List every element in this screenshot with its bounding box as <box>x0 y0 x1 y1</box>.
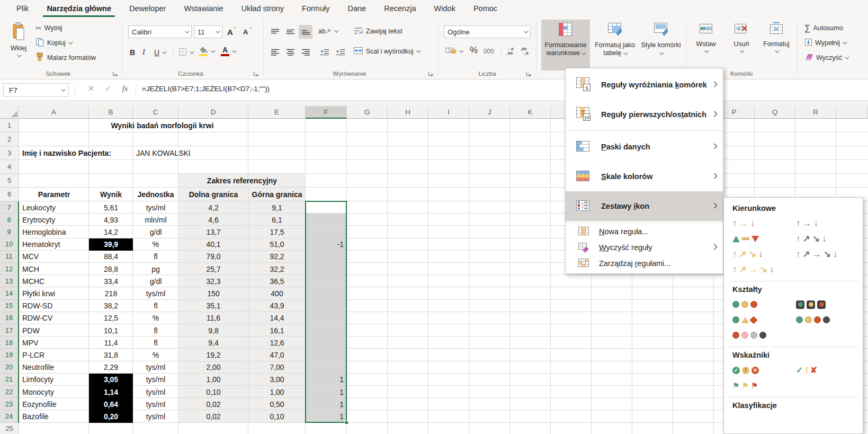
tab-narz-dzia-g-wne[interactable]: Narzędzia główne <box>38 0 120 17</box>
format-as-table-button[interactable]: Formatuj jako tabelę <box>592 20 638 70</box>
cell-A14[interactable]: Płytki krwi <box>19 287 89 299</box>
cell-B14[interactable]: 218 <box>89 287 133 299</box>
row-header-24[interactable]: 24 <box>0 410 19 422</box>
font-dialog-launcher[interactable] <box>253 71 259 77</box>
highlighted-cell-B10[interactable]: 39,9 <box>89 238 133 251</box>
cell-A3[interactable]: Imię i nazwisko Pacjenta: <box>19 146 133 160</box>
tab-recenzja[interactable]: Recenzja <box>375 0 425 17</box>
column-header-A[interactable]: A <box>19 106 89 118</box>
cell-B12[interactable]: 28,8 <box>89 263 133 275</box>
cell-D20[interactable]: 2,00 <box>178 361 248 374</box>
align-bottom-button[interactable] <box>299 25 312 39</box>
tab-formu-y[interactable]: Formuły <box>293 0 338 17</box>
cell-styles-button[interactable]: Style komórki <box>640 20 682 70</box>
icon-set-option[interactable]: ↑↗↘↓ <box>732 246 796 262</box>
cell-A20[interactable]: Neutrofile <box>19 361 89 374</box>
cell-E15[interactable]: 43,9 <box>248 300 306 312</box>
increase-indent-button[interactable] <box>334 45 347 59</box>
menu-item-icon-sets[interactable]: Zestawy ikon <box>566 191 723 221</box>
row-header-20[interactable]: 20 <box>0 361 19 374</box>
row-header-17[interactable]: 17 <box>0 324 19 336</box>
cell-D16[interactable]: 11,6 <box>178 312 248 324</box>
cell-C24[interactable]: tys/ml <box>133 410 178 422</box>
confirm-entry-button[interactable]: ✓ <box>102 84 114 93</box>
icon-set-option[interactable]: ↑→↓ <box>732 216 796 231</box>
cell-B17[interactable]: 10,1 <box>89 324 133 336</box>
cell-D8[interactable]: 4,6 <box>178 214 248 226</box>
number-dialog-launcher[interactable] <box>526 71 532 77</box>
comma-style-button[interactable]: 000 <box>482 45 496 58</box>
cell-D24[interactable]: 0,02 <box>178 410 248 422</box>
cell-D19[interactable]: 19,2 <box>178 349 248 361</box>
borders-button[interactable] <box>177 46 194 59</box>
row-header-10[interactable]: 10 <box>0 238 19 251</box>
align-top-button[interactable] <box>268 25 282 39</box>
insert-cells-button[interactable]: Wstaw <box>690 20 722 53</box>
underline-button[interactable]: U <box>153 46 167 59</box>
cell-A1[interactable]: Wyniki badań morfologii krwi <box>19 119 306 132</box>
row-header-4[interactable]: 4 <box>0 160 19 174</box>
insert-function-button[interactable]: fx <box>119 84 131 93</box>
highlighted-cell-B24[interactable]: 0,20 <box>89 410 133 422</box>
row-header-25[interactable]: 25 <box>0 423 19 434</box>
cell-D6[interactable]: Dolna granica <box>178 188 248 201</box>
cut-button[interactable]: ✂ Wytnij <box>34 22 64 34</box>
cell-E19[interactable]: 47,0 <box>248 349 306 361</box>
cell-B20[interactable]: 2,29 <box>89 361 133 374</box>
cell-A8[interactable]: Erytrocyty <box>19 214 89 226</box>
icon-set-option[interactable] <box>796 312 830 327</box>
merge-center-button[interactable]: Scal i wyśrodkuj <box>352 45 421 58</box>
increase-decimal-button[interactable]: ←0,00 <box>505 45 515 58</box>
cell-A22[interactable]: Monocyty <box>19 386 89 398</box>
cell-C19[interactable]: % <box>133 349 178 361</box>
cell-C7[interactable]: tys/ml <box>133 201 178 214</box>
cell-E23[interactable]: 0,50 <box>248 398 306 410</box>
align-center-button[interactable] <box>283 45 297 59</box>
row-header-12[interactable]: 12 <box>0 263 19 275</box>
column-header-H[interactable]: H <box>388 106 428 118</box>
cell-D23[interactable]: 0,02 <box>178 398 248 410</box>
column-header-J[interactable]: J <box>469 106 510 118</box>
menu-item-highlight-cells[interactable]: ≤Reguły wyróżniania komórek <box>566 70 723 100</box>
row-header-1[interactable]: 1 <box>0 119 19 132</box>
cell-A16[interactable]: RDW-CV <box>19 312 89 324</box>
icon-set-option[interactable]: ↑↗→↘↓ <box>796 246 838 262</box>
select-all-corner[interactable] <box>0 106 19 118</box>
cell-E10[interactable]: 51,0 <box>248 238 306 251</box>
shrink-font-button[interactable]: Aˇ <box>241 25 253 38</box>
cell-A23[interactable]: Eozynofile <box>19 398 89 410</box>
menu-item-top-bottom[interactable]: 10Reguły pierwszych/ostatnich <box>566 100 723 129</box>
align-left-button[interactable] <box>268 45 282 59</box>
cell-A11[interactable]: MCV <box>19 251 89 263</box>
wrap-text-button[interactable]: Zawijaj tekst <box>352 25 404 38</box>
cell-C11[interactable]: fl <box>133 251 178 263</box>
menu-item-clear-rules[interactable]: Wyczyść reguły <box>566 240 723 255</box>
cell-D18[interactable]: 9,4 <box>178 336 248 349</box>
icon-set-option[interactable]: ✓!✘ <box>796 362 817 378</box>
copy-button[interactable]: Kopiuj <box>34 37 73 49</box>
cell-C17[interactable]: fl <box>133 324 178 336</box>
cell-E11[interactable]: 92,2 <box>248 251 306 263</box>
cell-C23[interactable]: tys/ml <box>133 398 178 410</box>
cell-C13[interactable]: g/dl <box>133 275 178 287</box>
delete-cells-button[interactable]: Usuń <box>727 20 756 53</box>
row-header-18[interactable]: 18 <box>0 336 19 349</box>
cell-D15[interactable]: 35,1 <box>178 300 248 312</box>
icon-set-option[interactable] <box>732 231 796 246</box>
menu-item-data-bars[interactable]: Paski danych <box>566 132 723 162</box>
fill-color-button[interactable] <box>197 45 216 58</box>
clipboard-dialog-launcher[interactable] <box>112 71 119 77</box>
cell-C20[interactable]: tys/ml <box>133 361 178 374</box>
cell-E9[interactable]: 17,5 <box>248 226 306 238</box>
row-header-7[interactable]: 7 <box>0 201 19 214</box>
cell-D22[interactable]: 0,10 <box>178 386 248 398</box>
row-header-23[interactable]: 23 <box>0 398 19 410</box>
highlighted-cell-B21[interactable]: 3,05 <box>89 374 133 386</box>
row-header-15[interactable]: 15 <box>0 300 19 312</box>
number-format-select[interactable]: Ogólne <box>444 25 531 38</box>
cell-D17[interactable]: 9,8 <box>178 324 248 336</box>
cancel-entry-button[interactable]: ✕ <box>85 84 97 93</box>
format-painter-button[interactable]: Malarz formatów <box>34 51 97 64</box>
row-header-5[interactable]: 5 <box>0 174 19 188</box>
cell-E8[interactable]: 6,1 <box>248 214 306 226</box>
